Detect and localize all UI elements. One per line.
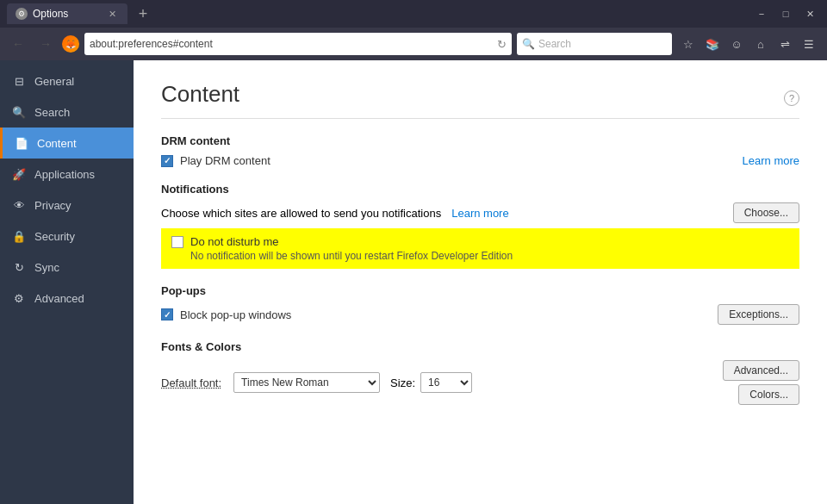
fonts-buttons: Advanced... Colors... xyxy=(723,360,799,405)
sidebar-label-privacy: Privacy xyxy=(34,199,72,212)
back-button[interactable]: ← xyxy=(7,33,29,55)
search-placeholder: Search xyxy=(538,38,571,50)
dnd-label: Do not disturb me xyxy=(190,235,279,248)
notifications-learn-more-link[interactable]: Learn more xyxy=(451,207,508,220)
sidebar-label-advanced: Advanced xyxy=(34,292,84,305)
bookmark-icon[interactable]: ☆ xyxy=(677,33,700,55)
popups-label: Block pop-up windows xyxy=(180,308,291,321)
popups-row: Block pop-up windows Exceptions... xyxy=(161,304,799,325)
security-icon: 🔒 xyxy=(12,229,26,243)
search-icon: 🔍 xyxy=(12,105,26,119)
fonts-row: Default font: Times New Roman Arial Helv… xyxy=(161,360,799,405)
forward-button[interactable]: → xyxy=(34,33,57,55)
notifications-desc-row: Choose which sites are allowed to send y… xyxy=(161,207,509,220)
new-tab-button[interactable]: + xyxy=(133,3,153,24)
drm-checkbox-row: Play DRM content xyxy=(161,154,270,167)
address-bar[interactable]: about:preferences#content ↻ xyxy=(84,33,512,55)
content-header: Content ? xyxy=(161,81,799,115)
sidebar-label-security: Security xyxy=(34,230,75,243)
fonts-advanced-button[interactable]: Advanced... xyxy=(723,360,799,381)
popups-section: Pop-ups Block pop-up windows Exceptions.… xyxy=(161,284,799,325)
drm-section: DRM content Play DRM content Learn more xyxy=(161,134,799,167)
dnd-highlight: Do not disturb me No notification will b… xyxy=(161,228,799,269)
font-select[interactable]: Times New Roman Arial Helvetica Georgia … xyxy=(233,372,380,393)
fonts-section: Fonts & Colors Default font: Times New R… xyxy=(161,340,799,405)
sidebar-item-applications[interactable]: 🚀 Applications xyxy=(0,159,134,190)
page-title: Content xyxy=(161,81,239,108)
drm-learn-more-link[interactable]: Learn more xyxy=(743,154,799,167)
back-icon: ← xyxy=(12,37,24,51)
sidebar-item-privacy[interactable]: 👁 Privacy xyxy=(0,190,134,221)
sidebar-item-content[interactable]: 📄 Content xyxy=(0,128,134,159)
maximize-button[interactable]: □ xyxy=(775,6,796,22)
drm-checkbox[interactable] xyxy=(161,155,173,167)
fonts-title: Fonts & Colors xyxy=(161,340,799,353)
privacy-icon: 👁 xyxy=(12,198,26,212)
close-window-button[interactable]: ✕ xyxy=(799,6,820,22)
browser-tab[interactable]: ⚙ Options ✕ xyxy=(7,3,127,24)
notifications-title: Notifications xyxy=(161,183,799,196)
content-area: Content ? DRM content Play DRM content L… xyxy=(134,60,827,504)
help-icon[interactable]: ? xyxy=(784,90,799,106)
notifications-description: Choose which sites are allowed to send y… xyxy=(161,207,441,220)
menu-icon[interactable]: ☰ xyxy=(798,33,820,55)
advanced-icon: ⚙ xyxy=(12,291,26,305)
window-controls: − □ ✕ xyxy=(751,6,820,22)
url-text: about:preferences#content xyxy=(90,38,492,50)
minimize-button[interactable]: − xyxy=(751,6,772,22)
size-label: Size: xyxy=(390,376,415,389)
title-bar: ⚙ Options ✕ + − □ ✕ xyxy=(0,0,827,28)
sidebar-item-security[interactable]: 🔒 Security xyxy=(0,221,134,252)
search-icon: 🔍 xyxy=(522,38,535,50)
sidebar: ⊟ General 🔍 Search 📄 Content 🚀 Applicati… xyxy=(0,60,134,504)
library-icon[interactable]: 📚 xyxy=(701,33,724,55)
tab-close-button[interactable]: ✕ xyxy=(105,7,119,21)
sidebar-item-search[interactable]: 🔍 Search xyxy=(0,96,134,128)
sidebar-label-general: General xyxy=(34,75,74,88)
sidebar-item-advanced[interactable]: ⚙ Advanced xyxy=(0,283,134,314)
content-icon: 📄 xyxy=(15,136,28,150)
forward-icon: → xyxy=(40,37,52,51)
notifications-row: Choose which sites are allowed to send y… xyxy=(161,202,799,223)
dnd-row: Do not disturb me xyxy=(171,235,789,248)
sidebar-label-content: Content xyxy=(37,137,77,150)
drm-title: DRM content xyxy=(161,134,799,147)
main-layout: ⊟ General 🔍 Search 📄 Content 🚀 Applicati… xyxy=(0,60,827,504)
applications-icon: 🚀 xyxy=(12,167,26,181)
popups-exceptions-button[interactable]: Exceptions... xyxy=(718,304,799,325)
reload-button[interactable]: ↻ xyxy=(497,38,507,51)
size-select[interactable]: 12 14 16 18 20 24 xyxy=(420,372,472,393)
colors-button[interactable]: Colors... xyxy=(738,384,799,405)
sidebar-label-sync: Sync xyxy=(34,261,59,274)
sidebar-item-general[interactable]: ⊟ General xyxy=(0,65,134,96)
firefox-logo: 🦊 xyxy=(62,35,79,53)
sync-icon[interactable]: ⇌ xyxy=(774,33,796,55)
fonts-controls: Default font: Times New Roman Arial Helv… xyxy=(161,372,472,393)
profile-icon[interactable]: ☺ xyxy=(725,33,748,55)
drm-label: Play DRM content xyxy=(180,154,270,167)
nav-bar: ← → 🦊 about:preferences#content ↻ 🔍 Sear… xyxy=(0,28,827,60)
sidebar-label-search: Search xyxy=(34,106,70,119)
notifications-choose-button[interactable]: Choose... xyxy=(733,202,799,223)
search-bar[interactable]: 🔍 Search xyxy=(517,33,672,55)
dnd-checkbox[interactable] xyxy=(171,236,183,248)
default-font-label: Default font: xyxy=(161,376,221,389)
nav-icons: ☆ 📚 ☺ ⌂ ⇌ ☰ xyxy=(677,33,820,55)
home-icon[interactable]: ⌂ xyxy=(749,33,772,55)
popups-title: Pop-ups xyxy=(161,284,799,297)
tab-label: Options xyxy=(33,8,68,20)
popups-checkbox-row: Block pop-up windows xyxy=(161,308,291,321)
tab-icon: ⚙ xyxy=(16,8,28,20)
dnd-sub-text: No notification will be shown until you … xyxy=(190,250,789,262)
sidebar-label-applications: Applications xyxy=(34,168,95,181)
drm-row: Play DRM content Learn more xyxy=(161,154,799,167)
sync-sidebar-icon: ↻ xyxy=(12,260,26,274)
content-divider xyxy=(161,118,799,119)
popups-checkbox[interactable] xyxy=(161,308,173,320)
notifications-section: Notifications Choose which sites are all… xyxy=(161,183,799,269)
general-icon: ⊟ xyxy=(12,74,26,88)
sidebar-item-sync[interactable]: ↻ Sync xyxy=(0,252,134,283)
